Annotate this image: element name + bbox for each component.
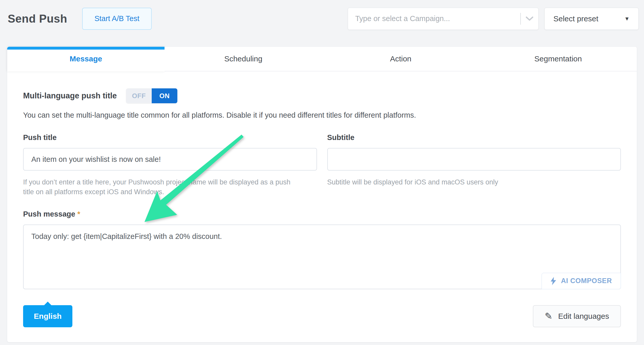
multi-language-label: Multi-language push title: [23, 91, 117, 100]
subtitle-input[interactable]: [327, 148, 621, 171]
tab-scheduling[interactable]: Scheduling: [165, 47, 322, 71]
push-message-textarea[interactable]: [23, 225, 621, 289]
lightning-icon: [551, 277, 556, 285]
campaign-input[interactable]: [348, 8, 520, 30]
required-asterisk: *: [77, 210, 80, 218]
pencil-icon: ✎: [545, 311, 552, 321]
chevron-down-icon[interactable]: [521, 16, 538, 21]
subtitle-helper: Subtitle will be displayed for iOS and m…: [327, 177, 607, 187]
edit-languages-label: Edit languages: [558, 312, 609, 321]
toggle-off-segment[interactable]: OFF: [126, 88, 152, 103]
tab-bar: Message Scheduling Action Segmentation: [7, 47, 637, 71]
language-tab-english[interactable]: English: [23, 305, 72, 327]
header-controls: Select preset ▼: [348, 8, 639, 30]
subtitle-label: Subtitle: [327, 133, 621, 142]
toggle-on-segment[interactable]: ON: [152, 88, 177, 103]
send-push-card: Message Scheduling Action Segmentation M…: [7, 47, 637, 342]
subtitle-field: Subtitle Subtitle will be displayed for …: [327, 133, 621, 197]
tab-message[interactable]: Message: [7, 47, 165, 71]
multi-language-toggle[interactable]: OFF ON: [126, 88, 177, 103]
tab-action[interactable]: Action: [322, 47, 479, 71]
multi-language-description: You can set the multi-language title com…: [23, 111, 621, 119]
push-title-input[interactable]: [23, 148, 317, 171]
tab-segmentation[interactable]: Segmentation: [479, 47, 637, 71]
push-message-label-text: Push message: [23, 210, 75, 218]
push-title-label: Push title: [23, 133, 317, 142]
edit-languages-button[interactable]: ✎ Edit languages: [533, 305, 621, 327]
ai-composer-button[interactable]: AI COMPOSER: [542, 273, 621, 289]
push-title-field: Push title If you don’t enter a title he…: [23, 133, 317, 197]
campaign-select-box: [348, 8, 539, 30]
message-tab-panel: Multi-language push title OFF ON You can…: [7, 71, 637, 342]
push-message-field: Push message * AI COMPOSER: [23, 210, 621, 289]
triangle-down-icon: ▼: [624, 16, 630, 22]
ai-composer-label: AI COMPOSER: [561, 277, 612, 285]
start-ab-test-button[interactable]: Start A/B Test: [82, 8, 152, 30]
page-title: Send Push: [8, 12, 67, 25]
push-message-label: Push message *: [23, 210, 621, 218]
page-header: Send Push Start A/B Test Select preset ▼: [0, 0, 644, 30]
preset-select[interactable]: Select preset ▼: [544, 8, 639, 30]
push-title-helper: If you don’t enter a title here, your Pu…: [23, 177, 303, 197]
preset-select-label: Select preset: [553, 14, 598, 23]
